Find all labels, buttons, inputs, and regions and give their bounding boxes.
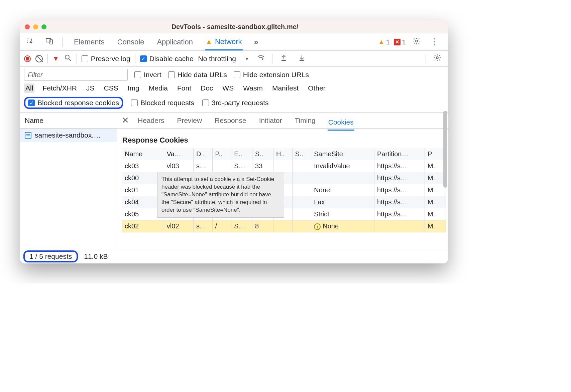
disable-cache-label: Disable cache	[149, 55, 194, 63]
type-ws[interactable]: WS	[221, 83, 235, 93]
invert-label: Invert	[144, 71, 161, 79]
disable-cache-checkbox[interactable]: ✓ Disable cache	[140, 55, 194, 63]
divider	[77, 54, 77, 63]
kebab-menu-icon[interactable]: ⋮	[427, 35, 441, 48]
record-button[interactable]	[24, 55, 31, 62]
network-toolbar: ▼ Preserve log ✓ Disable cache No thrott…	[20, 51, 448, 67]
titlebar: DevTools - samesite-sandbox.glitch.me/	[20, 20, 448, 33]
table-cell: https://s…	[374, 184, 425, 196]
col-secure[interactable]: S..	[292, 148, 311, 160]
col-name[interactable]: Name	[122, 148, 164, 160]
hide-data-urls-checkbox[interactable]: Hide data URLs	[168, 71, 227, 79]
third-party-requests-checkbox[interactable]: 3rd-party requests	[202, 99, 268, 107]
name-column-header[interactable]: Name	[20, 117, 117, 125]
blocked-requests-label: Blocked requests	[140, 99, 194, 107]
blocked-requests-checkbox[interactable]: Blocked requests	[131, 99, 194, 107]
more-tabs-button[interactable]: »	[254, 37, 257, 47]
scrollbar[interactable]	[443, 34, 448, 263]
close-window-button[interactable]	[25, 24, 30, 29]
type-all[interactable]: All	[24, 83, 34, 93]
settings-icon[interactable]	[410, 36, 423, 48]
type-manifest[interactable]: Manifest	[271, 83, 300, 93]
table-cell: S…	[231, 160, 252, 172]
dtab-initiator[interactable]: Initiator	[258, 113, 283, 128]
hide-extension-urls-label: Hide extension URLs	[243, 71, 309, 79]
tab-console[interactable]: Console	[117, 34, 145, 50]
request-list: samesite-sandbox.…	[20, 129, 117, 249]
invert-checkbox[interactable]: Invert	[134, 71, 161, 79]
col-path[interactable]: P..	[212, 148, 231, 160]
col-expires[interactable]: E..	[231, 148, 252, 160]
status-footer: 1 / 5 requests 11.0 kB	[20, 249, 448, 263]
throttling-select[interactable]: No throttling ▼	[198, 55, 249, 63]
col-size[interactable]: S..	[252, 148, 273, 160]
type-font[interactable]: Font	[176, 83, 193, 93]
type-media[interactable]: Media	[147, 83, 169, 93]
network-settings-icon[interactable]	[431, 52, 444, 65]
error-count: 1	[402, 38, 406, 46]
type-js[interactable]: JS	[85, 83, 96, 93]
blocked-response-cookies-checkbox[interactable]: ✓ Blocked response cookies	[24, 97, 123, 109]
minimize-window-button[interactable]	[33, 24, 38, 29]
scrollbar-thumb[interactable]	[443, 111, 447, 188]
filter-placeholder: Filter	[28, 71, 42, 79]
checkbox-icon	[168, 71, 175, 78]
dtab-response[interactable]: Response	[214, 113, 247, 128]
tab-network[interactable]: ▲ Network	[205, 34, 242, 50]
maximize-window-button[interactable]	[41, 24, 46, 29]
panel-tabbar: Elements Console Application ▲ Network »…	[20, 33, 448, 51]
issues-error-badge[interactable]: ✕ 1	[394, 38, 406, 46]
issues-warning-badge[interactable]: ▲ 1	[378, 38, 390, 46]
preserve-log-checkbox[interactable]: Preserve log	[82, 55, 130, 63]
col-domain[interactable]: D..	[193, 148, 212, 160]
search-icon[interactable]	[64, 54, 72, 64]
divider	[272, 54, 272, 63]
checkbox-icon	[134, 71, 141, 78]
table-cell: S…	[231, 220, 252, 232]
table-cell: https://s…	[374, 196, 425, 208]
inspect-icon[interactable]	[23, 36, 37, 48]
type-doc[interactable]: Doc	[199, 83, 214, 93]
dtab-timing[interactable]: Timing	[294, 113, 316, 128]
table-row[interactable]: ck03vl03s…S…33InvalidValuehttps://s…M..	[122, 160, 446, 172]
divider	[135, 54, 135, 63]
type-other[interactable]: Other	[307, 83, 327, 93]
table-cell: s…	[193, 160, 212, 172]
download-icon[interactable]	[295, 52, 309, 65]
col-httponly[interactable]: H..	[273, 148, 293, 160]
tab-application[interactable]: Application	[156, 34, 194, 50]
clear-button[interactable]	[35, 55, 43, 62]
table-cell	[292, 196, 311, 208]
detail-header: Name ✕ Headers Preview Response Initiato…	[20, 113, 448, 129]
checkbox-icon	[131, 100, 138, 106]
col-partition[interactable]: Partition…	[374, 148, 425, 160]
divider	[426, 54, 426, 63]
type-css[interactable]: CSS	[103, 83, 120, 93]
type-wasm[interactable]: Wasm	[242, 83, 264, 93]
dtab-headers[interactable]: Headers	[137, 113, 165, 128]
table-cell	[311, 172, 374, 184]
network-conditions-icon[interactable]	[254, 52, 267, 65]
throttling-value: No throttling	[198, 55, 236, 63]
upload-icon[interactable]	[277, 52, 291, 65]
table-row[interactable]: ck02vl02s…/S…8iNoneM..	[122, 220, 446, 232]
close-details-button[interactable]: ✕	[117, 115, 134, 126]
dtab-cookies[interactable]: Cookies	[328, 115, 354, 131]
svg-point-6	[436, 57, 438, 59]
checkbox-icon: ✓	[28, 100, 35, 106]
type-fetchxhr[interactable]: Fetch/XHR	[41, 83, 78, 93]
filter-icon[interactable]: ▼	[52, 55, 59, 62]
tab-elements[interactable]: Elements	[73, 34, 105, 50]
device-toolbar-icon[interactable]	[43, 36, 56, 48]
svg-point-4	[65, 55, 69, 59]
filter-input[interactable]: Filter	[24, 69, 128, 81]
table-cell	[292, 220, 311, 232]
dtab-preview[interactable]: Preview	[176, 113, 203, 128]
hide-extension-urls-checkbox[interactable]: Hide extension URLs	[234, 71, 309, 79]
col-samesite[interactable]: SameSite	[311, 148, 374, 160]
detail-tabs: Headers Preview Response Initiator Timin…	[134, 113, 448, 128]
request-row[interactable]: samesite-sandbox.…	[20, 129, 117, 142]
table-cell: Strict	[311, 208, 374, 220]
type-img[interactable]: Img	[126, 83, 141, 93]
col-value[interactable]: Va…	[164, 148, 193, 160]
